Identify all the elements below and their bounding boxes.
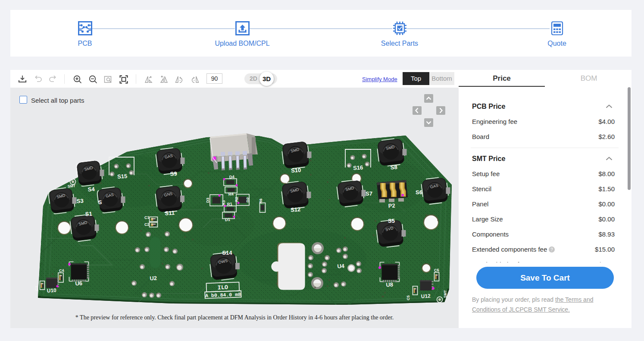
svg-text:R2: R2 bbox=[234, 197, 239, 202]
svg-text:S11: S11 bbox=[165, 209, 175, 217]
svg-text:D3: D3 bbox=[205, 198, 210, 203]
svg-text:S3: S3 bbox=[76, 197, 84, 204]
svg-text:P2: P2 bbox=[388, 202, 395, 209]
svg-text:S5: S5 bbox=[388, 218, 395, 224]
svg-text:U2: U2 bbox=[150, 275, 157, 281]
svg-text:C6: C6 bbox=[434, 268, 439, 273]
svg-text:S4: S4 bbox=[88, 186, 95, 193]
svg-text:S9: S9 bbox=[170, 170, 177, 177]
svg-text:S: S bbox=[98, 199, 102, 205]
svg-text:S16: S16 bbox=[353, 164, 363, 171]
svg-text:S10: S10 bbox=[291, 167, 301, 174]
svg-text:ILO: ILO bbox=[217, 284, 228, 291]
svg-text:R4: R4 bbox=[228, 192, 234, 197]
svg-text:C5: C5 bbox=[406, 295, 410, 300]
svg-text:D1: D1 bbox=[225, 217, 231, 222]
svg-text:SMT: SMT bbox=[67, 183, 75, 188]
svg-text:C3: C3 bbox=[34, 286, 39, 291]
svg-text:S14: S14 bbox=[222, 249, 232, 256]
svg-text:S12: S12 bbox=[291, 206, 301, 213]
svg-text:C2: C2 bbox=[144, 222, 150, 227]
svg-text:C4: C4 bbox=[59, 268, 64, 273]
svg-text:?: ? bbox=[551, 247, 553, 252]
svg-text:R1: R1 bbox=[227, 202, 233, 207]
svg-text:U6: U6 bbox=[75, 280, 83, 287]
svg-text:C1: C1 bbox=[144, 215, 150, 220]
svg-text:U4: U4 bbox=[337, 262, 345, 269]
svg-text:R6: R6 bbox=[258, 199, 263, 204]
svg-text:S15: S15 bbox=[117, 173, 128, 180]
svg-text:U12: U12 bbox=[421, 293, 431, 300]
svg-text:S8: S8 bbox=[390, 164, 397, 170]
svg-text:D4: D4 bbox=[229, 174, 235, 180]
svg-text:S7: S7 bbox=[366, 190, 372, 197]
svg-text:U8: U8 bbox=[386, 281, 394, 288]
svg-text:SMT: SMT bbox=[443, 290, 447, 298]
svg-text:S6: S6 bbox=[416, 189, 422, 196]
svg-text:S1: S1 bbox=[85, 210, 92, 217]
svg-text:R3: R3 bbox=[221, 200, 226, 205]
svg-text:D2: D2 bbox=[245, 197, 250, 202]
svg-text:U10: U10 bbox=[47, 287, 56, 294]
